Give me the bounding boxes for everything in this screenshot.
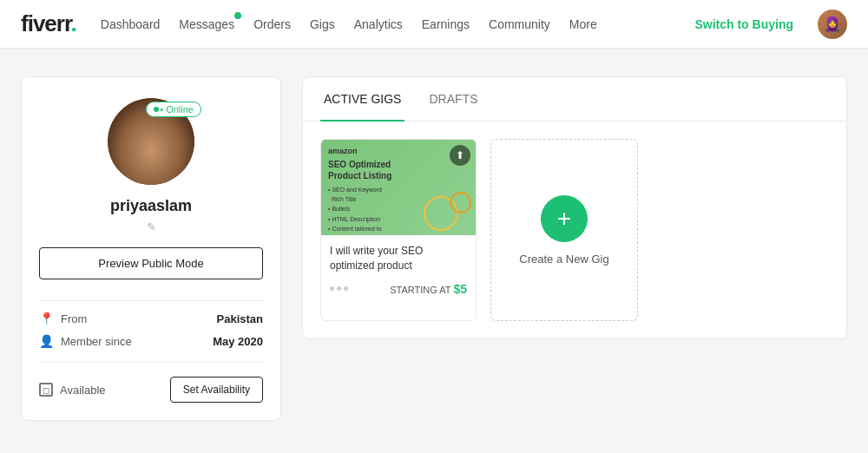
preview-public-mode-button[interactable]: Preview Public Mode xyxy=(39,247,263,279)
avatar-wrapper: • Online xyxy=(108,98,194,185)
availability-row: ◻ Available Set Availability xyxy=(39,362,263,403)
member-since-label: Member since xyxy=(61,335,132,348)
set-availability-button[interactable]: Set Availability xyxy=(170,377,263,403)
gigs-tabs: ACTIVE GIGS DRAFTS xyxy=(303,77,846,121)
gig-thumb-title: SEO OptimizedProduct Listing xyxy=(328,159,469,181)
username: priyaaslam xyxy=(110,197,192,215)
main-content: • Online priyaaslam ✎ Preview Public Mod… xyxy=(0,49,868,449)
starting-at-label: STARTING AT xyxy=(390,285,450,295)
calendar-icon: ◻ xyxy=(39,383,53,397)
amazon-label: amazon xyxy=(328,147,469,155)
gig-dots xyxy=(330,286,348,291)
person-icon: 👤 xyxy=(39,334,54,348)
available-label: Available xyxy=(60,384,106,397)
nav-more[interactable]: More xyxy=(569,17,597,31)
from-label: From xyxy=(61,312,87,325)
create-gig-label: Create a New Gig xyxy=(519,253,608,266)
tab-active-gigs[interactable]: ACTIVE GIGS xyxy=(320,78,404,121)
gig-price: STARTING AT $5 xyxy=(390,282,467,296)
member-since-row: 👤 Member since May 2020 xyxy=(39,334,263,348)
price-value: $5 xyxy=(453,282,467,296)
tab-drafts[interactable]: DRAFTS xyxy=(425,78,481,121)
profile-meta: 📍 From Pakistan 👤 Member since May 2020 xyxy=(39,312,263,348)
user-avatar[interactable]: 🧕 xyxy=(818,10,847,39)
nav-analytics[interactable]: Analytics xyxy=(354,17,403,31)
from-row: 📍 From Pakistan xyxy=(39,312,263,325)
edit-icon[interactable]: ✎ xyxy=(147,220,156,233)
logo[interactable]: fiverr. xyxy=(21,10,76,37)
dot-2 xyxy=(337,286,341,291)
dot-3 xyxy=(344,286,348,291)
nav-links: Dashboard Messages Orders Gigs Analytics… xyxy=(101,17,597,31)
plus-icon: + xyxy=(541,195,588,242)
nav-gigs[interactable]: Gigs xyxy=(310,17,335,31)
gigs-content: amazon SEO OptimizedProduct Listing • SE… xyxy=(303,121,846,338)
create-new-gig-card[interactable]: + Create a New Gig xyxy=(490,139,638,321)
nav-messages-label: Messages xyxy=(179,17,234,31)
profile-divider xyxy=(39,300,263,301)
deco-circle-2 xyxy=(450,192,471,213)
profile-card: • Online priyaaslam ✎ Preview Public Mod… xyxy=(21,76,281,421)
nav-messages[interactable]: Messages xyxy=(179,17,234,31)
gig-description: I will write your SEO optimized product xyxy=(330,244,467,273)
gig-thumbnail: amazon SEO OptimizedProduct Listing • SE… xyxy=(321,140,476,235)
nav-earnings[interactable]: Earnings xyxy=(422,17,470,31)
location-icon: 📍 xyxy=(39,312,54,325)
navbar: fiverr. Dashboard Messages Orders Gigs A… xyxy=(0,0,868,49)
gig-info: I will write your SEO optimized product … xyxy=(321,235,476,305)
online-status-text: • Online xyxy=(160,104,194,115)
share-button[interactable]: ⬆ xyxy=(450,145,470,166)
logo-text: fiverr xyxy=(21,10,71,36)
online-dot xyxy=(154,107,159,112)
gigs-panel: ACTIVE GIGS DRAFTS amazon SEO OptimizedP… xyxy=(302,76,847,339)
from-value: Pakistan xyxy=(217,312,263,325)
gig-footer: STARTING AT $5 xyxy=(330,282,467,296)
messages-badge xyxy=(234,12,241,19)
switch-to-buying-link[interactable]: Switch to Buying xyxy=(694,17,793,31)
dot-1 xyxy=(330,286,334,291)
logo-dot: . xyxy=(71,10,76,36)
online-badge: • Online xyxy=(146,102,201,117)
nav-dashboard[interactable]: Dashboard xyxy=(101,17,161,31)
nav-community[interactable]: Community xyxy=(489,17,550,31)
gig-card[interactable]: amazon SEO OptimizedProduct Listing • SE… xyxy=(320,139,477,321)
nav-orders[interactable]: Orders xyxy=(253,17,291,31)
member-since-value: May 2020 xyxy=(213,335,263,348)
